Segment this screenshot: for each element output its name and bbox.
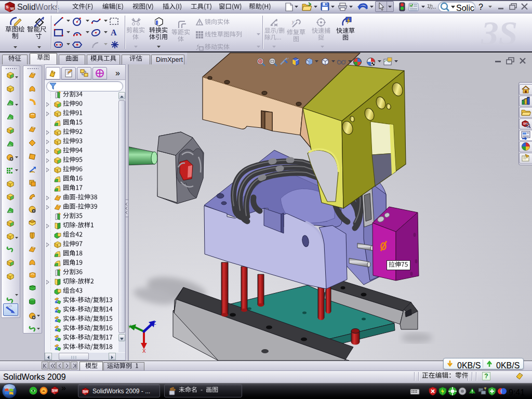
svg-text:Z: Z <box>153 320 156 326</box>
svg-text:A: A <box>111 28 117 37</box>
svg-text:W: W <box>10 6 15 11</box>
svg-text:y: y <box>291 19 295 24</box>
svg-text:S: S <box>6 5 9 9</box>
svg-text:SW: SW <box>83 390 89 393</box>
svg-text:SW: SW <box>52 389 58 392</box>
svg-text:X: X <box>142 348 146 354</box>
